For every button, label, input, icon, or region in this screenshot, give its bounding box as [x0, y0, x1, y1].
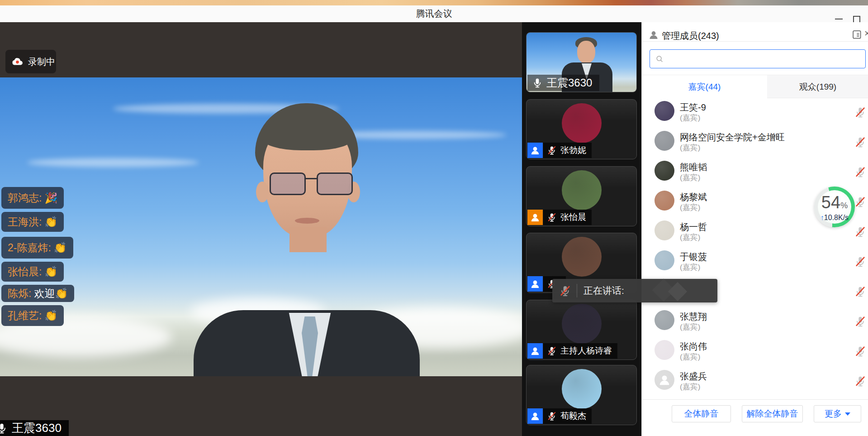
- member-role: (嘉宾): [680, 172, 700, 183]
- minimize-button[interactable]: [835, 19, 843, 19]
- member-row[interactable]: 于银菠 (嘉宾): [642, 250, 868, 280]
- video-thumbnail[interactable]: 王震3630: [526, 32, 637, 92]
- recording-indicator[interactable]: 录制中: [5, 50, 56, 73]
- chat-message: 郭鸿志:🎉: [1, 187, 64, 209]
- member-name: 杨黎斌: [680, 191, 707, 203]
- member-mute-toggle[interactable]: [854, 256, 866, 269]
- chat-sender: 张怡晨:: [8, 265, 42, 279]
- muted-mic-icon: [854, 166, 866, 178]
- avatar: [655, 191, 674, 211]
- blue-role-badge: [527, 343, 543, 359]
- more-button[interactable]: 更多: [814, 405, 861, 422]
- member-name: 张慧翔: [680, 311, 707, 323]
- video-thumbnail[interactable]: 荀毅杰: [526, 365, 637, 425]
- thumbnail-strip: 王震3630 张勃妮 张怡晨 主持人杨诗睿 荀毅杰: [522, 22, 641, 436]
- member-name: 熊唯韬: [680, 161, 707, 173]
- blue-role-badge: [527, 408, 543, 424]
- member-mute-toggle[interactable]: [854, 196, 866, 210]
- member-mute-toggle[interactable]: [854, 286, 866, 299]
- member-tabs: 嘉宾(44)观众(199): [642, 75, 868, 98]
- person-icon: [530, 345, 541, 356]
- muted-mic-icon: [547, 411, 557, 421]
- speaking-tooltip: 正在讲话:: [552, 279, 717, 302]
- avatar: [655, 131, 674, 151]
- thumbnail-name-label: 荀毅杰: [543, 408, 592, 424]
- person-icon: [658, 373, 671, 387]
- member-management-panel: 管理成员(243) × 嘉宾(44)观众(199) 王笑-9 (嘉宾) 网络空间…: [641, 22, 868, 436]
- member-mute-toggle[interactable]: [854, 226, 866, 240]
- chat-message: 张怡晨:👏: [1, 262, 64, 282]
- divider: [577, 284, 577, 297]
- thumbnail-name-label: 张怡晨: [543, 210, 592, 225]
- thumbnail-name-label: 张勃妮: [543, 143, 592, 158]
- member-role: (嘉宾): [680, 113, 700, 123]
- unmute-all-button[interactable]: 解除全体静音: [742, 405, 803, 422]
- person-icon: [530, 278, 541, 289]
- upload-arrow-icon: ↑: [821, 214, 824, 221]
- desktop-edge-strip: [0, 0, 868, 5]
- member-row[interactable]: 张慧翔 (嘉宾): [642, 310, 868, 340]
- search-input[interactable]: [667, 52, 859, 66]
- muted-mic-icon: [854, 286, 866, 297]
- popout-panel-icon[interactable]: [853, 30, 863, 39]
- cloud-streak: [27, 158, 199, 167]
- avatar: [655, 310, 674, 330]
- member-row[interactable]: 张尚伟 (嘉宾): [642, 340, 868, 369]
- person-icon: [530, 411, 541, 422]
- main-video[interactable]: 录制中 郭鸿志:🎉王海洪:👏2-陈嘉炜:👏张怡晨:👏陈烁:欢迎👏孔维艺:👏 王震…: [0, 22, 522, 436]
- video-thumbnail[interactable]: 张怡晨: [526, 166, 637, 226]
- divider: [642, 41, 868, 42]
- member-row[interactable]: 熊唯韬 (嘉宾): [642, 160, 868, 190]
- muted-mic-icon: [854, 106, 866, 118]
- member-mute-toggle[interactable]: [854, 375, 866, 389]
- speaker-neck: [289, 227, 327, 252]
- member-mute-toggle[interactable]: [854, 136, 866, 150]
- chat-text: 👏: [44, 216, 57, 228]
- tab-guests[interactable]: 嘉宾(44): [642, 75, 767, 98]
- tencent-meeting-window: 腾讯会议 录制中 郭鸿志:🎉王海洪:👏2: [0, 0, 868, 436]
- video-thumbnail[interactable]: 张勃妮: [526, 99, 637, 159]
- panel-title: 管理成员(243): [662, 30, 719, 42]
- main-speaker-name-label: 王震3630: [0, 420, 69, 436]
- member-mute-toggle[interactable]: [854, 316, 866, 329]
- window-titlebar: 腾讯会议: [0, 5, 868, 23]
- tab-audience[interactable]: 观众(199): [767, 75, 868, 98]
- close-panel-icon[interactable]: ×: [864, 28, 868, 39]
- divider: [642, 399, 868, 400]
- member-mute-toggle[interactable]: [854, 345, 866, 359]
- speaking-tooltip-text: 正在讲话:: [583, 284, 624, 297]
- orange-role-badge: [527, 210, 543, 225]
- member-name: 张盛兵: [680, 370, 707, 383]
- member-name: 张尚伟: [680, 340, 707, 353]
- muted-mic-icon: [854, 136, 866, 148]
- member-search-box: [650, 49, 866, 68]
- muted-mic-icon: [547, 346, 557, 356]
- search-icon: [655, 55, 664, 63]
- members-icon: [648, 29, 659, 40]
- chevron-down-icon: [845, 412, 850, 416]
- thumbnail-name: 荀毅杰: [560, 410, 586, 422]
- chat-text: 👏: [54, 242, 67, 254]
- member-mute-toggle[interactable]: [854, 166, 866, 180]
- window-title: 腾讯会议: [0, 5, 868, 22]
- chat-message: 2-陈嘉炜:👏: [1, 237, 73, 259]
- cloud-record-icon: [12, 57, 24, 66]
- chat-text: 欢迎👏: [34, 287, 68, 301]
- video-thumbnail[interactable]: 主持人杨诗睿: [526, 300, 637, 360]
- member-role: (嘉宾): [680, 202, 700, 213]
- mute-all-button[interactable]: 全体静音: [672, 405, 731, 422]
- member-row[interactable]: 王笑-9 (嘉宾): [642, 101, 868, 130]
- member-mute-toggle[interactable]: [854, 106, 866, 120]
- member-row[interactable]: 网络空间安全学院+金增旺 (嘉宾): [642, 130, 868, 160]
- upload-speed: 10.8K/s: [824, 214, 849, 221]
- avatar: [655, 250, 674, 270]
- chat-text: 🎉: [44, 192, 57, 204]
- chat-message: 陈烁:欢迎👏: [1, 285, 74, 302]
- chat-text: 👏: [44, 310, 57, 322]
- muted-mic-icon: [854, 375, 866, 387]
- chat-sender: 郭鸿志:: [8, 191, 42, 205]
- chat-sender: 孔维艺:: [8, 309, 42, 323]
- member-row[interactable]: 张盛兵 (嘉宾): [642, 369, 868, 399]
- mic-icon: [0, 422, 8, 434]
- video-letterbox: [0, 376, 522, 436]
